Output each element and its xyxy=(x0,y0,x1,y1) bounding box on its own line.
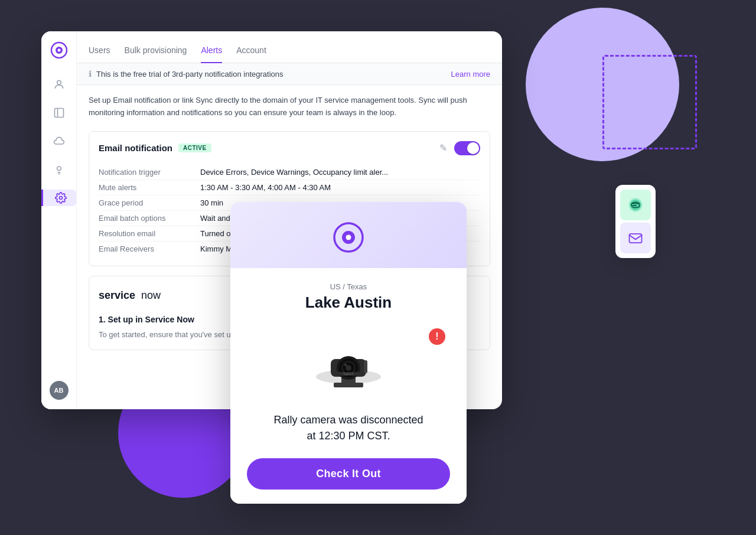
card-body: US / Texas Lake Austin xyxy=(230,268,467,504)
side-icons-panel xyxy=(615,185,656,258)
sidebar-icon-book[interactable] xyxy=(51,105,67,121)
table-row: Mute alerts 1:30 AM - 3:30 AM, 4:00 AM -… xyxy=(99,180,480,195)
app-logo[interactable] xyxy=(50,41,69,60)
decorative-dashed-box xyxy=(602,55,697,149)
active-badge: ACTIVE xyxy=(178,143,211,152)
svg-point-3 xyxy=(57,80,61,84)
sidebar-icon-settings[interactable] xyxy=(41,190,76,206)
tab-users[interactable]: Users xyxy=(89,41,110,63)
tab-alerts[interactable]: Alerts xyxy=(201,41,222,63)
info-banner: ℹ This is the free trial of 3rd-party no… xyxy=(77,63,502,85)
card-device-container: logitech ! xyxy=(247,324,450,400)
edit-icon[interactable]: ✎ xyxy=(439,142,447,154)
tab-account[interactable]: Account xyxy=(236,41,266,63)
svg-point-7 xyxy=(59,197,62,200)
card-message: Rally camera was disconnected at 12:30 P… xyxy=(247,412,450,444)
svg-text:now: now xyxy=(141,289,161,301)
section-actions: ✎ xyxy=(439,141,480,155)
sidebar: AB xyxy=(41,31,77,409)
svg-rect-28 xyxy=(630,234,642,243)
label-email-batch: Email batch options xyxy=(99,214,193,223)
toggle-switch[interactable] xyxy=(454,141,480,155)
svg-text:service: service xyxy=(99,289,135,301)
value-notification-trigger: Device Errors, Device Warnings, Occupanc… xyxy=(200,168,388,177)
label-email-receivers: Email Receivers xyxy=(99,244,193,253)
svg-text:logitech: logitech xyxy=(343,372,353,376)
camera-image: logitech xyxy=(301,324,396,400)
label-mute-alerts: Mute alerts xyxy=(99,183,193,192)
description-text: Set up Email notification or link Sync d… xyxy=(89,94,490,119)
user-avatar[interactable]: AB xyxy=(50,381,69,400)
section-title: Email notification xyxy=(99,143,172,153)
label-notification-trigger: Notification trigger xyxy=(99,168,193,177)
svg-rect-25 xyxy=(364,360,367,373)
value-mute-alerts: 1:30 AM - 3:30 AM, 4:00 AM - 4:30 AM xyxy=(200,183,331,192)
svg-point-2 xyxy=(57,49,60,52)
value-resolution-email: Turned on xyxy=(200,229,235,238)
card-header xyxy=(230,202,467,268)
section-header: Email notification ACTIVE ✎ xyxy=(99,141,480,155)
card-room-name: Lake Austin xyxy=(247,293,450,312)
label-resolution-email: Resolution email xyxy=(99,229,193,238)
svg-point-21 xyxy=(346,365,351,371)
sidebar-icon-bulb[interactable] xyxy=(51,161,67,178)
email-icon-button[interactable] xyxy=(620,223,651,253)
banner-message: This is the free trial of 3rd-party noti… xyxy=(96,70,283,79)
svg-point-12 xyxy=(346,235,351,240)
svg-rect-4 xyxy=(54,109,63,118)
label-grace-period: Grace period xyxy=(99,198,193,207)
value-grace-period: 30 min xyxy=(200,198,223,207)
tab-bulk-provisioning[interactable]: Bulk provisioning xyxy=(125,41,187,63)
svg-point-6 xyxy=(57,167,61,171)
learn-more-link[interactable]: Learn more xyxy=(451,70,490,79)
nav-tabs: Users Bulk provisioning Alerts Account xyxy=(77,31,502,63)
table-row: Notification trigger Device Errors, Devi… xyxy=(99,165,480,180)
card-location: US / Texas xyxy=(247,282,450,291)
notification-card: US / Texas Lake Austin xyxy=(230,202,467,504)
sidebar-icon-cloud[interactable] xyxy=(51,133,67,149)
chat-icon-button[interactable] xyxy=(620,190,651,220)
toggle-knob xyxy=(467,142,479,154)
info-icon: ℹ xyxy=(89,69,92,79)
sidebar-icon-users[interactable] xyxy=(51,76,67,93)
check-it-out-button[interactable]: Check It Out xyxy=(247,458,450,490)
error-badge: ! xyxy=(429,328,445,345)
svg-point-22 xyxy=(344,364,347,366)
